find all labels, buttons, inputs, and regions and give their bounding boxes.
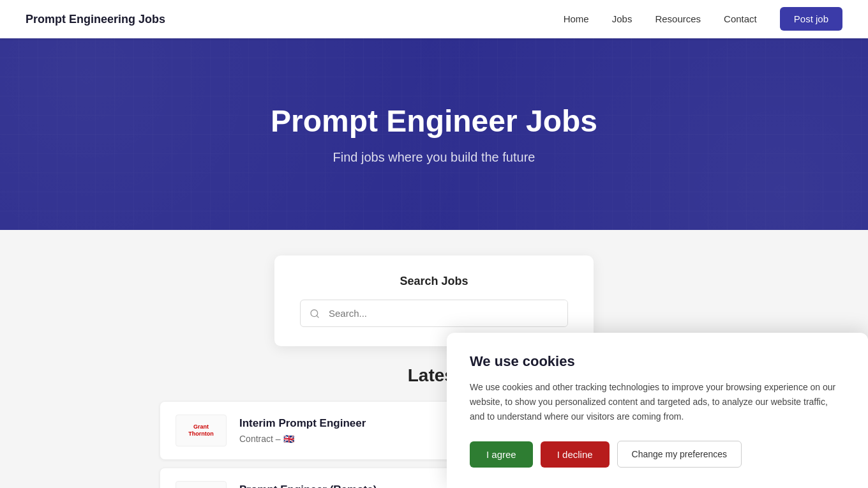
job-title: Prompt Engineer (Remote)	[239, 484, 377, 488]
search-input-wrapper	[300, 300, 568, 327]
job-title: Interim Prompt Engineer	[239, 417, 366, 430]
nav-resources[interactable]: Resources	[655, 13, 701, 24]
nav-home[interactable]: Home	[564, 13, 589, 24]
site-logo[interactable]: Prompt Engineering Jobs	[26, 13, 165, 26]
hero-title: Prompt Engineer Jobs	[271, 103, 597, 139]
company-logo: Grant Thornton	[176, 415, 227, 446]
search-input[interactable]	[329, 300, 567, 326]
cookie-title: We use cookies	[470, 353, 845, 370]
hero-section: Prompt Engineer Jobs Find jobs where you…	[0, 38, 868, 230]
job-info: Prompt Engineer (Remote) Full Time – 🇬🇧	[239, 484, 377, 488]
cookie-banner: We use cookies We use cookies and other …	[447, 333, 868, 488]
search-icon	[301, 309, 329, 319]
hero-subtitle: Find jobs where you build the future	[333, 150, 535, 165]
change-preferences-button[interactable]: Change my preferences	[617, 441, 742, 468]
cookie-buttons: I agree I decline Change my preferences	[470, 441, 845, 468]
nav-jobs[interactable]: Jobs	[612, 13, 632, 24]
job-flag: 🇬🇧	[283, 434, 294, 444]
company-logo: COINTELEGRAPH The future of money	[176, 481, 227, 488]
navbar: Prompt Engineering Jobs Home Jobs Resour…	[0, 0, 868, 38]
job-meta: Contract – 🇬🇧	[239, 434, 366, 444]
cookie-body: We use cookies and other tracking techno…	[470, 380, 845, 424]
decline-button[interactable]: I decline	[541, 441, 610, 468]
nav-contact[interactable]: Contact	[724, 13, 757, 24]
job-separator: –	[276, 434, 281, 444]
search-card-title: Search Jobs	[300, 275, 568, 288]
agree-button[interactable]: I agree	[470, 441, 533, 468]
job-info: Interim Prompt Engineer Contract – 🇬🇧	[239, 417, 366, 444]
job-type: Contract	[239, 434, 273, 444]
post-job-button[interactable]: Post job	[780, 7, 842, 31]
svg-line-1	[317, 316, 318, 317]
